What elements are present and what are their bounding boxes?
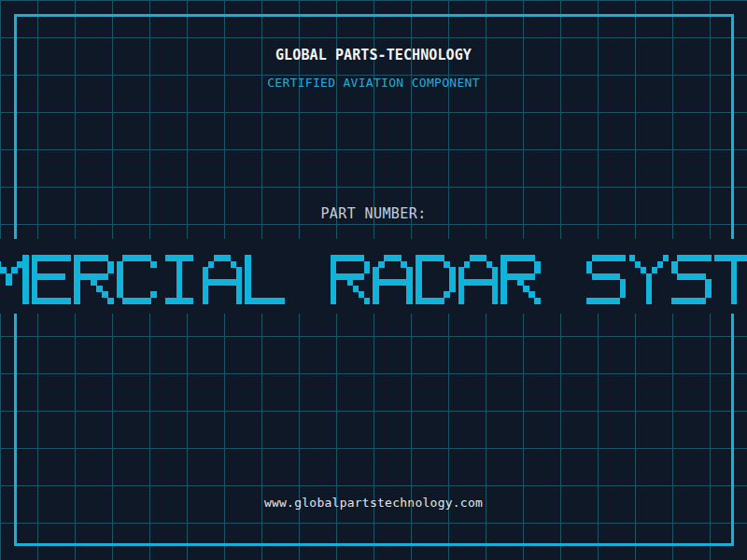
part-number-marquee (0, 239, 747, 314)
part-number-label: PART NUMBER: (0, 205, 747, 222)
site-url-link[interactable]: www.globalpartstechnology.com (0, 496, 747, 510)
page-subtitle: CERTIFIED AVIATION COMPONENT (0, 76, 747, 90)
part-number-marquee-text (0, 255, 747, 303)
page-title: GLOBAL PARTS-TECHNOLOGY (0, 47, 747, 63)
blueprint-page: GLOBAL PARTS-TECHNOLOGY CERTIFIED AVIATI… (0, 0, 747, 560)
